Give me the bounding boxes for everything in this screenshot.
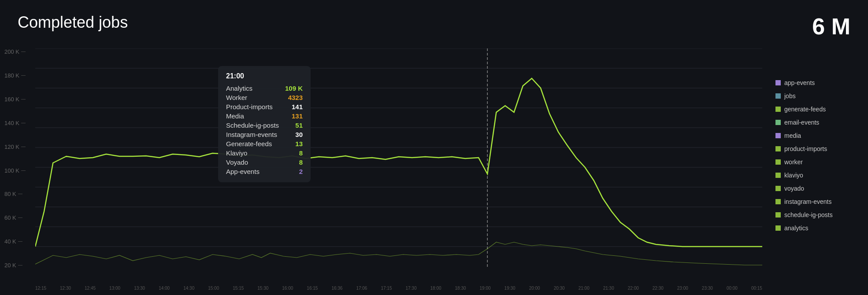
tooltip-time: 21:00 [226,72,303,80]
x-label: 21:30 [603,286,614,291]
legend-label: analytics [784,225,808,232]
x-label: 13:00 [109,286,120,291]
tooltip-value: 8 [299,149,303,157]
tooltip-row-instagram: Instagram-events 30 [226,130,303,139]
legend-label: product-imports [784,145,827,152]
y-label: 200 K [4,48,26,55]
x-label: 14:30 [183,286,194,291]
legend-color-schedule-ig-posts [775,212,781,218]
x-label: 15:30 [257,286,268,291]
y-label: 180 K [4,72,26,79]
legend-color-email-events [775,120,781,125]
tooltip-label: Media [226,112,244,120]
x-label: 17:15 [381,286,392,291]
tooltip-row-worker: Worker 4323 [226,93,303,102]
x-label: 23:30 [702,286,713,291]
x-label: 12:45 [85,286,96,291]
legend-item-schedule-ig-posts: schedule-ig-posts [775,211,859,218]
x-label: 20:00 [529,286,540,291]
tooltip-value: 131 [292,112,303,120]
x-label: 14:00 [159,286,170,291]
legend-label: schedule-ig-posts [784,211,833,218]
y-label: 100 K [4,167,26,174]
x-label: 22:30 [653,286,664,291]
legend-item-app-events: app-events [775,79,859,86]
x-label: 19:00 [480,286,491,291]
legend-color-klaviyo [775,173,781,178]
legend-item-media: media [775,132,859,139]
x-label: 18:00 [430,286,441,291]
legend-item-instagram-events: instagram-events [775,198,859,205]
legend-color-instagram-events [775,199,781,204]
tooltip-row-schedule: Schedule-ig-posts 51 [226,121,303,130]
tooltip-label: Instagram-events [226,131,277,138]
legend-label: instagram-events [784,198,831,205]
tooltip-row-app-events: App-events 2 [226,167,303,176]
tooltip-value: 30 [295,131,303,138]
legend-label: media [784,132,801,139]
total-value: 6 M [812,13,850,40]
tooltip-value: 2 [299,168,303,175]
tooltip-value: 51 [295,122,303,129]
y-label: 20 K [4,262,26,269]
legend-color-product-imports [775,146,781,151]
x-label: 16:00 [282,286,293,291]
x-label: 19:30 [504,286,516,291]
tooltip-value: 13 [295,140,303,148]
chart-area: 20 K 40 K 60 K 80 K 100 K 120 K 140 K 16… [0,44,868,295]
legend-color-jobs [775,93,781,99]
y-label: 80 K [4,191,26,197]
tooltip-row-voyado: Voyado 8 [226,158,303,167]
legend-label: klaviyo [784,172,803,179]
tooltip-row-media: Media 131 [226,111,303,121]
header: Completed jobs 6 M [0,0,868,44]
legend-label: jobs [784,92,796,100]
x-label: 13:30 [134,286,145,291]
legend-label: email-events [784,119,819,126]
tooltip-label: Schedule-ig-posts [226,122,279,129]
y-label: 120 K [4,144,26,150]
tooltip-value: 141 [292,103,303,111]
legend-item-jobs: jobs [775,92,859,100]
x-label: 22:00 [628,286,639,291]
tooltip-label: Worker [226,94,247,101]
y-label: 160 K [4,96,26,103]
legend-color-generate-feeds [775,107,781,112]
y-label: 140 K [4,120,26,126]
tooltip-label: Analytics [226,85,252,92]
legend-item-klaviyo: klaviyo [775,172,859,179]
tooltip-label: Generate-feeds [226,140,272,148]
legend: app-events jobs generate-feeds email-eve… [771,44,868,295]
x-label: 23:00 [677,286,688,291]
legend-label: generate-feeds [784,106,826,113]
x-label: 16:15 [307,286,318,291]
x-label: 20:30 [554,286,565,291]
tooltip-value: 109 K [285,85,303,92]
x-label: 15:15 [233,286,244,291]
legend-label: worker [784,159,803,166]
chart-svg-container [35,48,762,269]
legend-item-generate-feeds: generate-feeds [775,106,859,113]
tooltip-label: Product-imports [226,103,273,111]
x-label: 12:15 [35,286,46,291]
x-label: 18:30 [455,286,466,291]
x-label: 17:06 [356,286,367,291]
x-label: 00:15 [751,286,762,291]
tooltip-row-analytics: Analytics 109 K [226,84,303,93]
page-container: Completed jobs 6 M 20 K 40 K 60 K 80 K 1… [0,0,868,295]
tooltip-row-generate: Generate-feeds 13 [226,139,303,148]
legend-label: voyado [784,185,804,192]
tooltip-label: App-events [226,168,260,175]
legend-color-analytics [775,225,781,231]
y-axis: 20 K 40 K 60 K 80 K 100 K 120 K 140 K 16… [4,48,26,269]
tooltip-row-klaviyo: Klaviyo 8 [226,148,303,158]
legend-color-voyado [775,186,781,191]
chart-svg [35,48,762,269]
legend-color-app-events [775,80,781,85]
legend-item-worker: worker [775,159,859,166]
legend-color-worker [775,159,781,165]
legend-item-analytics: analytics [775,225,859,232]
tooltip-value: 4323 [288,94,303,101]
tooltip-value: 8 [299,159,303,166]
legend-item-product-imports: product-imports [775,145,859,152]
